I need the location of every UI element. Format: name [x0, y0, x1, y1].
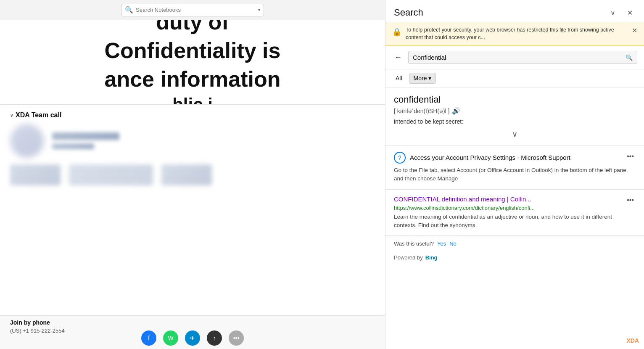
- header-actions: ∨ ✕: [607, 7, 636, 19]
- result-link-title-2[interactable]: CONFIDENTIAL definition and meaning | Co…: [394, 196, 531, 203]
- team-call-title: XDA Team call: [16, 111, 61, 119]
- result-card-1: ? Access your Account Privacy Settings -…: [385, 146, 644, 190]
- filter-all-tab[interactable]: All: [392, 73, 406, 83]
- powered-bar: Powered by Bing: [385, 251, 644, 264]
- yes-link[interactable]: Yes: [437, 241, 446, 247]
- team-call-section: ∨ XDA Team call: [0, 104, 385, 192]
- filter-tabs: All More ▾: [385, 69, 644, 87]
- join-phone-label: Join by phone: [10, 319, 375, 326]
- result-more-button-2[interactable]: •••: [625, 196, 636, 205]
- result-text-2: Learn the meaning of confidential as an …: [394, 213, 636, 230]
- result-title-1[interactable]: Access your Account Privacy Settings - M…: [410, 153, 570, 162]
- result-url-2: https://www.collinsdictionary.com/dictio…: [394, 205, 636, 211]
- blurred-avatar-1: [10, 124, 44, 158]
- top-bar: 🔍 ▾: [0, 0, 385, 20]
- bottom-icons-row: f W ✈ ↑ •••: [0, 330, 385, 346]
- big-text-line2: Confidentiality is: [105, 37, 281, 65]
- expand-chevron-icon[interactable]: ∨: [512, 130, 517, 139]
- search-icon-right: 🔍: [626, 54, 633, 61]
- result-more-button-1[interactable]: •••: [625, 152, 636, 161]
- bottom-bar: Join by phone (US) +1 915-222-2554 f W ✈…: [0, 315, 385, 349]
- dict-pronunciation-row: [ känfəˈden(t)SH(ə)l ] 🔊: [394, 107, 636, 115]
- big-text-line4: blic i: [105, 93, 281, 104]
- sound-icon[interactable]: 🔊: [452, 107, 460, 115]
- close-button[interactable]: ✕: [624, 7, 636, 19]
- result-text-1: Go to the File tab, select Account (or O…: [394, 166, 636, 183]
- search-icon: 🔍: [125, 6, 133, 14]
- search-notebooks-input[interactable]: [136, 7, 256, 13]
- dictionary-result: confidential [ känfəˈden(t)SH(ə)l ] 🔊 in…: [385, 87, 644, 146]
- blurred-block-2: [69, 164, 153, 185]
- warning-close-button[interactable]: ✕: [632, 26, 637, 34]
- blurred-block-1: [10, 164, 61, 185]
- blurred-block-3: [161, 164, 212, 185]
- result-icon-1: ?: [394, 152, 406, 164]
- team-call-header[interactable]: ∨ XDA Team call: [10, 111, 375, 119]
- useful-label: Was this useful?: [394, 241, 434, 247]
- minimize-button[interactable]: ∨: [607, 7, 619, 19]
- no-link[interactable]: No: [449, 241, 457, 247]
- telegram-icon[interactable]: ✈: [185, 330, 200, 346]
- chevron-down-icon-filter: ▾: [428, 75, 431, 82]
- facebook-icon[interactable]: f: [141, 330, 156, 346]
- expand-dict: ∨: [394, 130, 636, 139]
- search-panel-title: Search: [394, 7, 423, 18]
- more-icon[interactable]: •••: [229, 330, 244, 346]
- text-image-area: duty of Confidentiality is ance informat…: [0, 20, 385, 104]
- blurred-text-1: [52, 132, 119, 140]
- blurred-content: [10, 124, 375, 185]
- search-results: confidential [ känfəˈden(t)SH(ə)l ] 🔊 in…: [385, 87, 644, 349]
- result-card-header-1: ? Access your Account Privacy Settings -…: [394, 152, 636, 164]
- dict-word: confidential: [394, 94, 636, 105]
- big-text-line1: duty of: [105, 20, 281, 37]
- collapse-icon: ∨: [10, 113, 13, 118]
- big-text-line3: ance information: [105, 65, 281, 94]
- pronunciation-text: [ känfəˈden(t)SH(ə)l ]: [394, 108, 449, 114]
- note-content: duty of Confidentiality is ance informat…: [0, 20, 385, 315]
- result-title-row-1: ? Access your Account Privacy Settings -…: [394, 152, 625, 164]
- search-input-area: ← 🔍: [385, 46, 644, 69]
- powered-by-label: Powered by: [394, 254, 423, 261]
- search-input-box[interactable]: 🔍: [408, 51, 637, 64]
- warning-text: To help protect your security, your web …: [406, 26, 628, 41]
- more-label: More: [414, 75, 427, 82]
- bing-logo: Bing: [425, 254, 438, 261]
- result-card-2: CONFIDENTIAL definition and meaning | Co…: [385, 190, 644, 236]
- share-icon[interactable]: ↑: [207, 330, 222, 346]
- filter-more-button[interactable]: More ▾: [409, 73, 436, 84]
- dict-definition: intended to be kept secret:: [394, 117, 636, 126]
- xda-watermark: XDA: [626, 337, 639, 344]
- right-panel: Search ∨ ✕ 🔒 To help protect your securi…: [385, 0, 644, 349]
- whatsapp-icon[interactable]: W: [163, 330, 178, 346]
- search-panel-header: Search ∨ ✕: [385, 0, 644, 22]
- security-warning: 🔒 To help protect your security, your we…: [385, 22, 644, 46]
- left-panel: 🔍 ▾ ⤢ duty of Confidentiality is ance in…: [0, 0, 385, 349]
- chevron-down-icon: ▾: [258, 8, 260, 12]
- blurred-row-1: [10, 164, 375, 185]
- warning-icon: 🔒: [392, 27, 401, 37]
- back-button[interactable]: ←: [392, 52, 404, 63]
- useful-bar: Was this useful? Yes No: [385, 236, 644, 251]
- blurred-text-2: [52, 143, 94, 149]
- big-text-block: duty of Confidentiality is ance informat…: [105, 20, 281, 104]
- search-notebooks-container[interactable]: 🔍 ▾: [121, 4, 264, 16]
- search-query-input[interactable]: [413, 54, 622, 61]
